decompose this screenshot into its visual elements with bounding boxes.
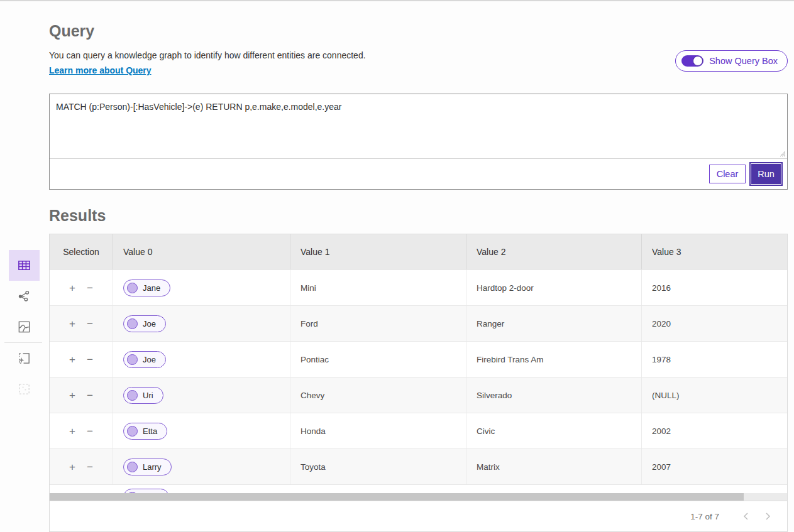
chevron-left-icon	[742, 512, 750, 521]
entity-label: Joe	[143, 319, 156, 328]
remove-from-selection-button[interactable]: −	[85, 389, 94, 402]
selection-cell: +−	[50, 377, 113, 413]
remove-from-selection-button[interactable]: −	[85, 353, 94, 366]
value-cell: Silverado	[466, 377, 641, 413]
entity-label: Etta	[143, 426, 157, 436]
value-cell: Toyota	[290, 449, 466, 484]
add-to-selection-button[interactable]: +	[68, 425, 77, 438]
add-to-selection-button[interactable]: +	[68, 389, 77, 402]
learn-more-link[interactable]: Learn more about Query	[49, 65, 152, 75]
page-title: Query	[49, 22, 788, 40]
horizontal-scrollbar[interactable]	[50, 493, 787, 501]
sidebar-item-map-view[interactable]	[9, 312, 40, 342]
query-input[interactable]: MATCH (p:Person)-[:HasVehicle]->(e) RETU…	[50, 94, 787, 158]
table-row: +−JaneMiniHardtop 2-door2016	[50, 269, 787, 305]
value-cell: Mini	[290, 270, 466, 305]
toggle-switch-icon	[681, 55, 703, 67]
entity-cell: Larry	[113, 449, 290, 484]
sidebar-item-table-view[interactable]	[9, 250, 40, 281]
entity-dot-icon	[127, 283, 138, 293]
value-cell: Pontiac	[290, 342, 466, 377]
table-icon	[17, 258, 31, 273]
entity-cell: Joe	[113, 306, 290, 341]
entity-dot-icon	[127, 426, 138, 437]
pagination-label: 1-7 of 7	[690, 512, 719, 521]
remove-from-selection-button[interactable]: −	[85, 281, 94, 295]
entity-pill[interactable]: Larry	[123, 459, 172, 475]
map-icon	[17, 320, 31, 334]
entity-pill[interactable]: Etta	[123, 423, 167, 440]
value-cell: 2002	[641, 413, 787, 448]
selection-cell: +−	[50, 270, 113, 305]
value-cell: Ford	[290, 306, 466, 341]
entity-pill[interactable]: Uri	[123, 387, 163, 404]
page-description: You can query a knowledge graph to ident…	[49, 50, 366, 60]
table-row: +−EttaHondaCivic2002	[50, 413, 787, 448]
selection-icon	[17, 382, 31, 396]
entity-label: Jane	[143, 283, 160, 293]
entity-cell: Uri	[113, 377, 290, 413]
table-row: +−JoePontiacFirebird Trans Am1978	[50, 341, 787, 377]
results-title: Results	[49, 207, 788, 225]
results-view-sidebar	[9, 250, 40, 404]
value-cell: 2016	[641, 270, 787, 305]
add-to-selection-button[interactable]: +	[68, 281, 77, 295]
sidebar-item-selection-tool	[9, 374, 40, 404]
column-header: Value 2	[466, 234, 641, 269]
chevron-right-icon	[764, 512, 771, 521]
entity-cell: Etta	[113, 413, 290, 448]
entity-pill[interactable]: Joe	[123, 351, 166, 368]
selection-cell: +−	[50, 306, 113, 341]
link-chart-icon	[17, 289, 31, 303]
remove-from-selection-button[interactable]: −	[85, 317, 94, 330]
entity-pill[interactable]: Joe	[123, 315, 166, 332]
table-row: +−JoeFordRanger2020	[50, 305, 787, 341]
entity-dot-icon	[127, 318, 138, 329]
selection-cell: +−	[50, 413, 113, 448]
table-row-partial	[50, 484, 787, 493]
table-body: +−JaneMiniHardtop 2-door2016+−JoeFordRan…	[50, 269, 787, 484]
value-cell: Firebird Trans Am	[466, 342, 641, 377]
value-cell: Matrix	[466, 449, 641, 484]
show-query-box-toggle[interactable]: Show Query Box	[675, 50, 788, 72]
add-to-selection-button[interactable]: +	[68, 353, 77, 366]
scrollbar-thumb[interactable]	[50, 493, 744, 501]
page-intro: You can query a knowledge graph to ident…	[49, 50, 366, 76]
sidebar-item-link-chart-view[interactable]	[9, 281, 40, 312]
selection-cell: +−	[50, 449, 113, 484]
entity-dot-icon	[127, 462, 138, 472]
run-button[interactable]: Run	[751, 164, 781, 184]
value-cell: Chevy	[290, 377, 466, 413]
clear-button[interactable]: Clear	[709, 165, 746, 183]
entity-dot-icon	[127, 390, 138, 401]
value-cell: (NULL)	[641, 377, 787, 413]
entity-cell: Jane	[113, 270, 290, 305]
table-row: +−LarryToyotaMatrix2007	[50, 448, 787, 484]
add-to-selection-button[interactable]: +	[68, 317, 77, 330]
toggle-label: Show Query Box	[709, 56, 778, 66]
remove-from-selection-button[interactable]: −	[85, 460, 94, 474]
results-table: SelectionValue 0Value 1Value 2Value 3 +−…	[49, 234, 788, 532]
next-page-button[interactable]	[759, 508, 776, 524]
entity-pill[interactable]: Jane	[123, 280, 170, 296]
query-page: Query You can query a knowledge graph to…	[0, 22, 794, 532]
sidebar-item-add-to-map[interactable]	[9, 343, 40, 374]
column-header: Value 1	[290, 234, 466, 269]
entity-pill[interactable]	[123, 489, 169, 493]
resize-handle-icon[interactable]	[778, 149, 786, 157]
add-to-selection-button[interactable]: +	[68, 460, 77, 474]
remove-from-selection-button[interactable]: −	[85, 425, 94, 438]
value-cell: Hardtop 2-door	[466, 270, 641, 305]
window-top-border	[0, 0, 794, 1]
value-cell: Civic	[466, 413, 641, 448]
selection-cell: +−	[50, 342, 113, 377]
table-row: +−UriChevySilverado(NULL)	[50, 377, 787, 413]
value-cell: 1978	[641, 342, 787, 377]
query-box: MATCH (p:Person)-[:HasVehicle]->(e) RETU…	[49, 94, 788, 190]
entity-label: Larry	[143, 462, 162, 472]
prev-page-button[interactable]	[738, 508, 754, 524]
entity-dot-icon	[127, 354, 138, 365]
value-cell: 2020	[641, 306, 787, 341]
entity-label: Uri	[143, 391, 153, 400]
value-cell: 2007	[641, 449, 787, 484]
